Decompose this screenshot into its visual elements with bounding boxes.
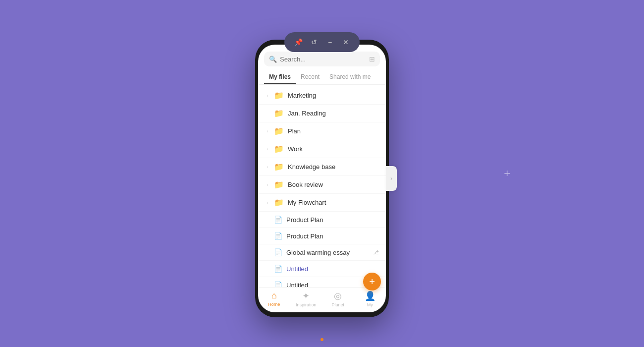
my-icon: 👤 — [365, 290, 376, 301]
side-panel[interactable]: › — [386, 166, 397, 191]
folder-icon: 📁 — [274, 144, 284, 154]
file-name: Product Plan — [286, 216, 379, 224]
tab-recent[interactable]: Recent — [296, 70, 324, 84]
file-name: Untitled — [286, 282, 369, 288]
add-outside-icon: + — [504, 167, 510, 180]
nav-my[interactable]: 👤 My — [354, 290, 386, 307]
file-name: Marketing — [288, 92, 379, 99]
file-name: Untitled — [286, 265, 379, 273]
list-item[interactable]: › 📁 My Flowchart — [258, 194, 386, 212]
orange-dot — [321, 338, 323, 341]
folder-icon: 📁 — [274, 126, 284, 136]
folder-icon: 📁 — [274, 180, 284, 189]
chevron-icon: › — [265, 200, 270, 205]
home-icon: ⌂ — [271, 290, 277, 301]
planet-icon: ◎ — [334, 290, 342, 301]
chevron-icon: › — [265, 165, 270, 170]
nav-home[interactable]: ⌂ Home — [258, 290, 290, 307]
side-arrow-icon: › — [390, 175, 392, 182]
file-name: Book review — [288, 181, 379, 188]
doc-icon: 📄 — [274, 265, 282, 273]
nav-home-label: Home — [268, 302, 280, 307]
file-name: Jan. Reading — [288, 110, 379, 117]
search-icon: 🔍 — [269, 56, 277, 63]
list-item[interactable]: 📄 Product Plan — [258, 228, 386, 244]
share-icon: ⎇ — [373, 249, 379, 256]
pin-button[interactable]: 📌 — [291, 35, 305, 49]
tabs-bar: My files Recent Shared with me — [258, 70, 386, 85]
file-name: Plan — [288, 127, 379, 135]
chevron-icon: › — [265, 147, 270, 152]
phone-screen: 🔍 ⊞ My files Recent Shared with me › 📁 M… — [258, 45, 386, 312]
doc-icon: 📄 — [274, 281, 282, 287]
list-item[interactable]: 📄 Product Plan — [258, 212, 386, 228]
fab-plus-icon: + — [369, 277, 375, 287]
tab-shared[interactable]: Shared with me — [324, 70, 376, 84]
fab-button[interactable]: + — [363, 273, 381, 290]
list-item[interactable]: › 📁 Knowledge base — [258, 158, 386, 176]
chevron-icon: › — [265, 182, 270, 187]
doc-icon: 📄 — [274, 248, 282, 256]
chevron-icon: › — [265, 93, 270, 98]
file-name: Product Plan — [286, 232, 379, 240]
chevron-icon — [265, 217, 270, 222]
list-item[interactable]: 📁 Jan. Reading — [258, 105, 386, 122]
grid-icon[interactable]: ⊞ — [369, 55, 375, 63]
nav-my-label: My — [367, 302, 373, 307]
file-name: Work — [288, 145, 379, 153]
chevron-icon: › — [265, 129, 270, 134]
file-name: Global warming essay — [286, 249, 369, 256]
nav-inspiration[interactable]: ✦ Inspiration — [290, 290, 322, 307]
chevron-icon — [265, 250, 270, 255]
nav-planet-label: Planet — [331, 302, 344, 307]
search-bar[interactable]: 🔍 ⊞ — [264, 52, 380, 66]
list-item[interactable]: 📄 Global warming essay ⎇ — [258, 244, 386, 261]
folder-icon: 📁 — [274, 91, 284, 100]
window-controls-bar: 📌 ↺ − ✕ — [284, 32, 360, 52]
file-list: › 📁 Marketing 📁 Jan. Reading › 📁 Plan › … — [258, 87, 386, 287]
list-item[interactable]: › 📁 Work — [258, 140, 386, 158]
chevron-icon — [265, 233, 270, 238]
list-item[interactable]: › 📁 Plan — [258, 122, 386, 140]
file-name: My Flowchart — [288, 199, 379, 206]
history-button[interactable]: ↺ — [307, 35, 321, 49]
search-input[interactable] — [280, 56, 366, 63]
list-item[interactable]: › 📁 Book review — [258, 176, 386, 194]
chevron-icon — [265, 266, 270, 271]
nav-inspiration-label: Inspiration — [296, 302, 317, 307]
phone-frame: 🔍 ⊞ My files Recent Shared with me › 📁 M… — [255, 40, 389, 317]
folder-icon: 📁 — [274, 198, 284, 207]
tab-my-files[interactable]: My files — [264, 70, 296, 84]
list-item[interactable]: › 📁 Marketing — [258, 87, 386, 105]
minimize-button[interactable]: − — [323, 35, 337, 49]
folder-icon: 📁 — [274, 162, 284, 172]
chevron-icon — [265, 283, 270, 287]
bottom-nav: ⌂ Home ✦ Inspiration ◎ Planet 👤 My — [258, 287, 386, 312]
folder-icon: 📁 — [274, 109, 284, 118]
chevron-icon — [265, 111, 270, 116]
file-name: Knowledge base — [288, 163, 379, 171]
doc-icon: 📄 — [274, 232, 282, 240]
nav-planet[interactable]: ◎ Planet — [322, 290, 354, 307]
doc-icon: 📄 — [274, 216, 282, 224]
close-button[interactable]: ✕ — [339, 35, 353, 49]
inspiration-icon: ✦ — [302, 290, 310, 301]
